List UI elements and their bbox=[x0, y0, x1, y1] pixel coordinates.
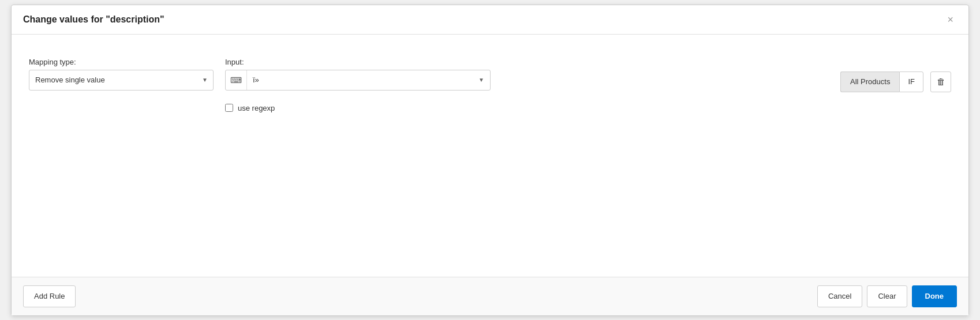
rule-row: Mapping type: Remove single value ▼ Inpu… bbox=[29, 58, 951, 92]
mapping-type-group: Mapping type: Remove single value ▼ bbox=[29, 58, 214, 91]
input-select[interactable]: ï» bbox=[247, 70, 490, 90]
dialog-title: Change values for "description" bbox=[23, 14, 164, 25]
close-button[interactable]: × bbox=[944, 13, 957, 26]
dialog-footer: Add Rule Cancel Clear Done bbox=[12, 277, 968, 315]
done-button[interactable]: Done bbox=[912, 285, 957, 307]
all-products-button[interactable]: All Products bbox=[840, 71, 899, 92]
input-field-group: Input: ⌨ ï» ▼ bbox=[225, 58, 491, 91]
mapping-type-label: Mapping type: bbox=[29, 58, 214, 66]
rule-actions: All Products IF 🗑 bbox=[840, 71, 951, 92]
mapping-type-select-wrapper: Remove single value ▼ bbox=[29, 70, 214, 91]
use-regexp-label: use regexp bbox=[238, 104, 275, 112]
input-select-wrapper: ⌨ ï» ▼ bbox=[225, 70, 491, 91]
dialog-body: Mapping type: Remove single value ▼ Inpu… bbox=[12, 35, 968, 277]
keyboard-icon: ⌨ bbox=[230, 76, 242, 85]
use-regexp-checkbox[interactable] bbox=[225, 104, 233, 112]
dialog-header: Change values for "description" × bbox=[12, 5, 968, 35]
footer-right: Cancel Clear Done bbox=[817, 285, 957, 307]
footer-left: Add Rule bbox=[23, 285, 76, 307]
mapping-type-select[interactable]: Remove single value bbox=[29, 70, 214, 91]
cancel-button[interactable]: Cancel bbox=[817, 285, 862, 307]
if-button[interactable]: IF bbox=[899, 71, 923, 92]
change-values-dialog: Change values for "description" × Mappin… bbox=[11, 5, 969, 316]
keyboard-icon-box: ⌨ bbox=[226, 70, 247, 90]
regexp-row: use regexp bbox=[225, 104, 951, 112]
add-rule-button[interactable]: Add Rule bbox=[23, 285, 76, 307]
input-label: Input: bbox=[225, 58, 491, 66]
clear-button[interactable]: Clear bbox=[867, 285, 907, 307]
trash-icon: 🗑 bbox=[937, 77, 945, 86]
delete-rule-button[interactable]: 🗑 bbox=[930, 71, 951, 92]
